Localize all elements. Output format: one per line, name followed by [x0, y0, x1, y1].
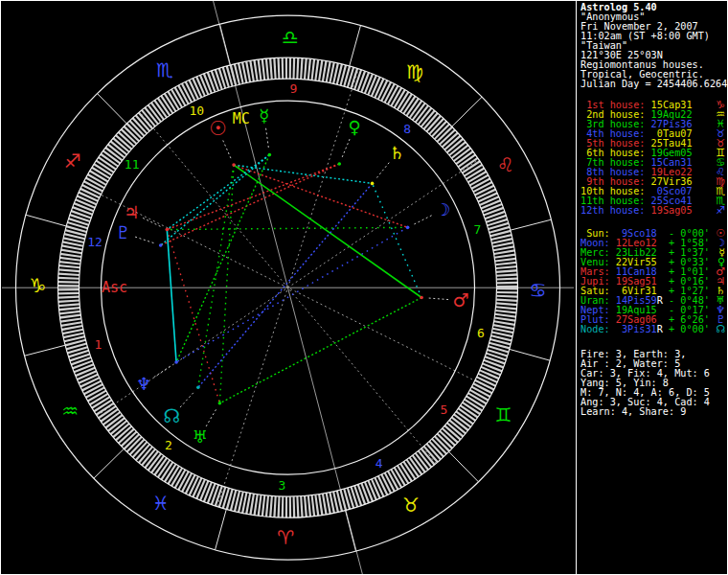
- aspect-line-square: [234, 165, 408, 227]
- house-cusp-value: 19Sag05: [651, 205, 693, 216]
- planet-icon-nept: ♆: [136, 374, 151, 394]
- sign-divider: [449, 451, 479, 481]
- info-panel: Astrolog 5.40"Anonymous"Fri November 2, …: [576, 0, 728, 575]
- house-number: 1: [95, 337, 102, 352]
- midheaven-label: MC: [233, 110, 250, 127]
- zodiac-sign-icon: ♐: [716, 205, 725, 216]
- planet-pointer: [413, 216, 432, 225]
- zodiac-sign-icon-pisces: ♓: [152, 492, 170, 515]
- house-number: 11: [125, 157, 140, 172]
- planet-pointer: [223, 140, 232, 159]
- zodiac-sign-icon-libra: ♎: [282, 26, 299, 49]
- planet-degree-dot: [218, 402, 222, 405]
- aspect-line-sextile: [234, 165, 373, 183]
- house-number: 5: [440, 402, 447, 417]
- planet-degree-dot: [196, 385, 200, 389]
- element-stats: Fire: 3, Earth: 3,Air : 2, Water: 5Car: …: [580, 350, 728, 417]
- aspect-line-square: [167, 164, 339, 230]
- aspect-line-trine: [176, 155, 269, 362]
- planet-pointer: [143, 218, 162, 227]
- stats-line: Learn: 4, Share: 9: [580, 407, 728, 417]
- header-line: Julian Day = 2454406.6264: [580, 80, 728, 89]
- planet-icon-satu: ♄: [389, 143, 404, 163]
- aspect-line-sextile: [167, 155, 269, 230]
- sign-divider: [94, 448, 124, 478]
- planet-position-value: 3Pis31: [616, 324, 657, 334]
- planet-degree-dot: [420, 296, 423, 300]
- sign-divider: [511, 219, 552, 230]
- house-label: 12th house:: [580, 205, 645, 216]
- planet-icon-jupi: ♃: [124, 202, 139, 222]
- house-row: 12th house: 19Sag05♐: [580, 206, 728, 216]
- sign-divider: [452, 97, 482, 126]
- planet-degree-dot: [166, 228, 170, 232]
- planet-label: Node:: [580, 324, 610, 334]
- zodiac-sign-icon-virgo: ♍: [406, 60, 423, 83]
- zodiac-sign-icon-aquarius: ♒: [61, 400, 79, 423]
- aspect-line-trine: [234, 165, 421, 297]
- planet-velocity: + 0°00': [663, 324, 710, 334]
- planet-degree-dot: [338, 162, 342, 166]
- planet-icon-plut: ♇: [116, 222, 131, 242]
- sign-divider: [346, 511, 356, 552]
- aspect-line-trine: [219, 165, 234, 403]
- sign-divider: [98, 94, 127, 124]
- planet-icon: ☊: [716, 324, 725, 334]
- house-number: 3: [279, 478, 286, 493]
- aspect-line-square: [167, 230, 219, 403]
- planet-pointer: [180, 392, 194, 407]
- aspect-line-trine: [219, 297, 421, 402]
- house-number: 9: [290, 81, 298, 96]
- house-number: 12: [87, 235, 102, 249]
- planet-icon-uran: ♅: [192, 426, 207, 447]
- zodiac-sign-icon-sagittarius: ♐: [64, 150, 81, 172]
- natal-chart-wheel: ♈♉♊♋♌♍♎♏♐♑♒♓123456789101112☉☽☿♀♂♃♄♅♆♇☊As…: [0, 0, 576, 575]
- aspect-line-sextile: [167, 230, 176, 362]
- planet-pointer: [375, 163, 389, 179]
- sign-divider: [510, 349, 550, 360]
- planet-degree-dot: [268, 153, 272, 157]
- planet-pointer: [206, 408, 216, 426]
- planet-icon-moon: ☽: [435, 199, 450, 219]
- planet-icon-venu: ♀: [348, 117, 360, 137]
- aspect-line-opposition: [176, 227, 408, 362]
- zodiac-sign-icon-taurus: ♉: [402, 494, 420, 517]
- zodiac-sign-icon-leo: ♌: [497, 153, 514, 176]
- planet-icon-merc: ☿: [259, 105, 269, 126]
- planet-pointer: [427, 298, 448, 300]
- planet-icon-sun: ☉: [209, 117, 227, 140]
- chart-header: Astrolog 5.40"Anonymous"Fri November 2, …: [580, 0, 728, 89]
- stats-text: Learn: 4, Share: 9: [580, 406, 686, 417]
- planet-degree-dot: [232, 163, 236, 167]
- ascendant-label: Asc: [102, 279, 127, 296]
- planet-icon-mars: ♂: [452, 289, 468, 310]
- house-number: 6: [477, 326, 485, 340]
- house-number: 4: [375, 456, 383, 471]
- aspect-line-trine: [198, 165, 234, 387]
- sign-divider: [216, 509, 227, 549]
- planet-pointer: [266, 128, 269, 150]
- house-number: 10: [189, 104, 204, 118]
- zodiac-sign-icon-aries: ♈: [277, 526, 294, 549]
- sign-divider: [350, 26, 361, 66]
- house-number: 2: [165, 438, 172, 452]
- zodiac-sign-icon-scorpio: ♏: [156, 58, 173, 81]
- planet-icon-node: ☊: [164, 404, 181, 427]
- planet-row: Node: 3Pis31R + 0°00'☊: [580, 325, 728, 334]
- header-text: Julian Day = 2454406.6264: [580, 79, 727, 89]
- zodiac-sign-icon-gemini: ♊: [494, 403, 512, 426]
- sign-divider: [25, 345, 66, 356]
- house-number: 8: [403, 122, 411, 136]
- house-number: 7: [474, 222, 482, 237]
- aspect-line-sextile: [161, 155, 270, 245]
- planet-degree-dot: [159, 243, 163, 247]
- planet-pointer: [342, 139, 350, 158]
- astrolog-window: ♈♉♊♋♌♍♎♏♐♑♒♓123456789101112☉☽☿♀♂♃♄♅♆♇☊As…: [0, 0, 728, 575]
- aspect-line-trine: [167, 227, 407, 229]
- sign-divider: [26, 215, 66, 226]
- planet-degree-dot: [371, 182, 375, 186]
- zodiac-sign-icon-cancer: ♋: [530, 279, 547, 302]
- planet-degree-dot: [406, 226, 410, 230]
- sign-divider: [219, 24, 230, 65]
- house-table: 1st house: 15Cap31♑ 2nd house: 19Aqu22♒ …: [580, 101, 728, 216]
